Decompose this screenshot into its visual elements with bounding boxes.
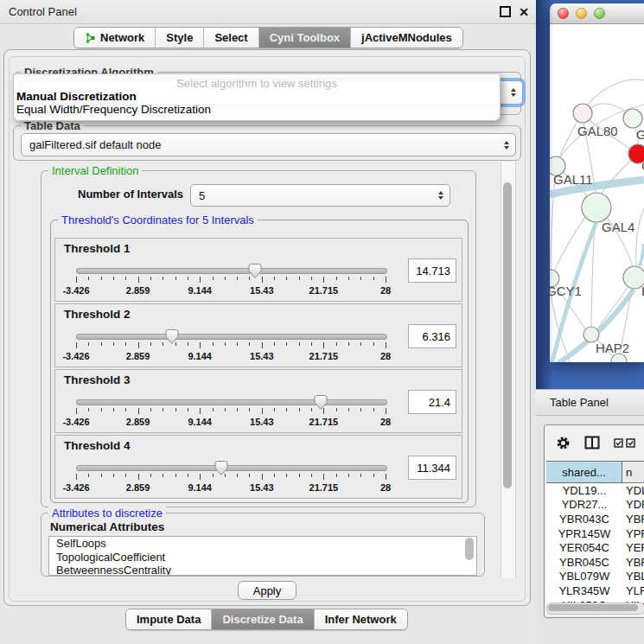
table-row[interactable]: YLR345WYLR3 [546, 583, 644, 598]
slider-thumb[interactable] [164, 328, 179, 345]
attribute-item-topologicalcoefficient[interactable]: TopologicalCoefficient [49, 551, 476, 564]
network-canvas[interactable]: GAL80GACGAL11GAL4GCY1HHAP2 [550, 24, 644, 362]
table-data-title: Table Data [21, 119, 84, 132]
traffic-close-icon[interactable] [558, 8, 569, 19]
table-row[interactable]: YBR045CYBR0 [546, 555, 644, 570]
tab-cyni-toolbox[interactable]: Cyni Toolbox [258, 28, 350, 48]
traffic-zoom-icon[interactable] [594, 8, 605, 19]
thresholds-group: Threshold's Coordinates for 5 Intervals … [50, 220, 469, 503]
cell-shared-name[interactable]: YBL079W [546, 570, 622, 584]
slider-track[interactable] [76, 268, 387, 274]
cell-name[interactable]: YDL1 [622, 483, 644, 498]
table-row[interactable]: YBR043CYBR0 [546, 512, 644, 526]
cell-shared-name[interactable]: YBR045C [546, 555, 622, 570]
slider-track[interactable] [76, 465, 387, 471]
table-row[interactable]: YBL079WYBL0 [546, 570, 644, 584]
slider-thumb[interactable] [247, 263, 262, 279]
slider-thumb[interactable] [313, 394, 328, 411]
settings-scrollbar[interactable] [501, 162, 516, 578]
threshold-slider-4[interactable]: -3.4262.8599.14415.4321.71528 [76, 460, 386, 494]
checkbox-icon[interactable] [626, 438, 635, 448]
network-node[interactable] [582, 193, 611, 222]
column-header-name[interactable]: n [622, 462, 644, 482]
tab-impute-data[interactable]: Impute Data [126, 609, 211, 629]
threshold-slider-2[interactable]: -3.4262.8599.14415.4321.71528 [76, 328, 386, 363]
cell-shared-name[interactable]: YDR27... [546, 498, 622, 513]
tab-style[interactable]: Style [155, 28, 203, 48]
network-window-titlebar[interactable] [550, 3, 644, 24]
cell-shared-name[interactable]: YLR345W [546, 583, 622, 598]
threshold-value-input-2[interactable] [408, 324, 456, 348]
apply-button[interactable]: Apply [238, 581, 296, 600]
network-edge[interactable] [602, 160, 631, 194]
threshold-panel-2: Threshold 2-3.4262.8599.14415.4321.71528 [54, 303, 462, 367]
attribute-item-betweennesscentrality[interactable]: BetweennessCentrality [49, 564, 476, 576]
settings-scrollbar-thumb[interactable] [503, 182, 512, 488]
threshold-label: Threshold 4 [64, 439, 131, 452]
dropdown-item-manual-discretization[interactable]: Manual Discretization [14, 90, 500, 103]
cell-name[interactable]: YBR0 [622, 512, 644, 526]
tab-select[interactable]: Select [203, 28, 258, 48]
network-thick-edge[interactable] [640, 244, 644, 266]
cell-shared-name[interactable]: YDL19... [546, 483, 622, 498]
attribute-item-selfloops[interactable]: SelfLoops [49, 537, 476, 551]
attributes-group-title: Attributes to discretize [48, 507, 166, 520]
column-header-shared-name[interactable]: shared... [546, 462, 622, 482]
threshold-slider-1[interactable]: -3.4262.8599.14415.4321.71528 [76, 263, 386, 297]
tab-network[interactable]: Network [74, 28, 155, 48]
table-row[interactable]: YPR145WYPR1 [546, 526, 644, 541]
close-icon[interactable]: ✕ [519, 6, 529, 18]
cell-name[interactable]: YDR2 [622, 498, 644, 513]
traffic-minimize-icon[interactable] [576, 8, 587, 19]
checkbox-icon[interactable] [614, 438, 623, 448]
slider-track[interactable] [76, 399, 387, 405]
table-row[interactable]: YER054CYER0 [546, 540, 644, 555]
cell-name[interactable]: YBR0 [622, 555, 644, 570]
control-panel: Control Panel ✕ NetworkStyleSelectCyni T… [0, 0, 536, 644]
table-row[interactable]: YDR27...YDR2 [546, 498, 644, 513]
table-grid: shared... n YDL19...YDL1YDR27...YDR2YBR0… [546, 461, 644, 617]
tab-infer-network[interactable]: Infer Network [314, 609, 407, 629]
network-edge[interactable] [597, 286, 628, 329]
cell-shared-name[interactable]: YER054C [546, 540, 622, 555]
intervals-combobox[interactable]: 5 [190, 184, 450, 207]
cell-name[interactable]: YBL0 [622, 570, 644, 584]
node-label: GA [636, 127, 644, 142]
tab-discretize-data[interactable]: Discretize Data [211, 609, 313, 629]
table-horizontal-scrollbar[interactable] [546, 603, 644, 615]
node-table: shared... n YDL19...YDL1YDR27...YDR2YBR0… [544, 424, 644, 618]
network-graph[interactable]: GAL80GACGAL11GAL4GCY1HHAP2 [550, 24, 644, 362]
float-window-icon[interactable] [500, 6, 511, 17]
cell-shared-name[interactable]: YPR145W [546, 526, 622, 541]
threshold-value-input-3[interactable] [408, 390, 456, 414]
network-edge[interactable] [559, 121, 577, 158]
attributes-list-scrollbar[interactable] [465, 538, 474, 560]
combo-stepper-icon[interactable] [438, 191, 443, 200]
dropdown-item-equal-width-frequency-discretization[interactable]: Equal Width/Frequency Discretization [14, 103, 500, 116]
slider-ticks [76, 342, 386, 349]
threshold-label: Threshold 3 [64, 373, 131, 386]
cell-name[interactable]: YER0 [622, 540, 644, 555]
slider-ticks [76, 408, 386, 415]
threshold-value-input-4[interactable] [408, 456, 456, 480]
table-panel-title: Table Panel [550, 396, 609, 409]
combo-stepper-icon[interactable] [511, 88, 516, 97]
cell-shared-name[interactable]: YBR043C [546, 512, 622, 526]
tab-jactivemnodules[interactable]: jActiveMNodules [350, 28, 462, 48]
threshold-slider-3[interactable]: -3.4262.8599.14415.4321.71528 [76, 394, 386, 429]
cell-name[interactable]: YLR3 [622, 583, 644, 598]
slider-track[interactable] [76, 334, 387, 340]
network-edge[interactable] [587, 80, 644, 105]
table-data-combobox[interactable]: galFiltered.sif default node [21, 133, 516, 156]
network-node[interactable] [623, 109, 642, 128]
threshold-value-input-1[interactable] [408, 258, 456, 283]
tab-label: Discretize Data [222, 613, 303, 626]
split-view-icon[interactable] [584, 436, 600, 450]
network-node[interactable] [573, 104, 592, 123]
combo-stepper-icon[interactable] [504, 141, 509, 150]
table-row[interactable]: YDL19...YDL1 [546, 483, 644, 498]
cell-name[interactable]: YPR1 [622, 526, 644, 541]
settings-gear-icon[interactable] [556, 436, 571, 450]
table-hscrollbar-thumb[interactable] [548, 604, 638, 611]
slider-thumb[interactable] [214, 460, 229, 476]
